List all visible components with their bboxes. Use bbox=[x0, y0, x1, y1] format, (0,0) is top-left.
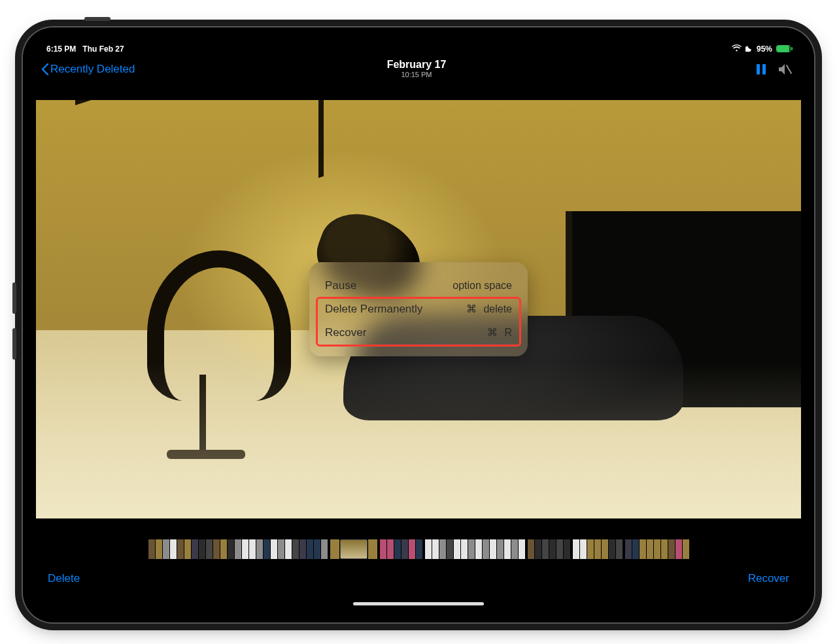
shortcut-keys: ⌘ R bbox=[487, 326, 512, 339]
shortcut-label: Recover bbox=[325, 326, 366, 339]
current-thumb[interactable] bbox=[330, 539, 377, 559]
thumb-group[interactable] bbox=[425, 539, 525, 559]
screen: 6:15 PM Thu Feb 27 95% Recently Deleted bbox=[36, 41, 801, 609]
thumb-group[interactable] bbox=[148, 539, 328, 559]
nav-bar: Recently Deleted February 17 10:15 PM bbox=[36, 55, 801, 84]
photo-date-title: February 17 bbox=[387, 59, 447, 71]
nav-title-block: February 17 10:15 PM bbox=[387, 59, 447, 79]
svg-rect-1 bbox=[762, 64, 766, 75]
shortcut-label: Pause bbox=[325, 279, 356, 292]
thumb-group[interactable] bbox=[625, 539, 689, 559]
cmd-icon: ⌘ bbox=[466, 303, 477, 315]
recover-button[interactable]: Recover bbox=[748, 572, 789, 585]
delete-button[interactable]: Delete bbox=[48, 572, 80, 585]
photo-time-subtitle: 10:15 PM bbox=[387, 71, 447, 79]
shortcut-row-pause: Pause option space bbox=[309, 274, 528, 297]
lock-button-edge bbox=[84, 17, 111, 21]
photo-viewer[interactable]: Pause option space Delete Permanently ⌘ … bbox=[36, 84, 801, 535]
shortcut-row-recover: Recover ⌘ R bbox=[309, 321, 528, 345]
cmd-icon: ⌘ bbox=[487, 326, 498, 339]
shortcut-keys: ⌘ delete bbox=[466, 303, 512, 315]
back-label: Recently Deleted bbox=[50, 63, 135, 76]
battery-icon bbox=[776, 45, 791, 52]
status-bar: 6:15 PM Thu Feb 27 95% bbox=[36, 41, 801, 55]
back-button[interactable]: Recently Deleted bbox=[41, 63, 135, 76]
thumbnail-strip[interactable] bbox=[36, 535, 801, 564]
thumb-group[interactable] bbox=[573, 539, 623, 559]
pause-button[interactable] bbox=[755, 63, 767, 76]
dnd-moon-icon bbox=[745, 44, 753, 54]
mute-icon[interactable] bbox=[777, 63, 792, 76]
shortcut-label: Delete Permanently bbox=[325, 303, 422, 316]
status-date: Thu Feb 27 bbox=[82, 44, 124, 54]
home-indicator[interactable] bbox=[353, 602, 484, 605]
shortcut-keys: option space bbox=[453, 280, 512, 292]
current-photo-thumb[interactable] bbox=[340, 539, 367, 559]
status-time: 6:15 PM bbox=[46, 44, 76, 54]
shortcut-row-delete-permanently: Delete Permanently ⌘ delete bbox=[309, 297, 528, 321]
keyboard-shortcut-hud: Pause option space Delete Permanently ⌘ … bbox=[309, 262, 528, 356]
volume-down-edge bbox=[12, 328, 16, 360]
thumb-group[interactable] bbox=[380, 539, 422, 559]
ipad-frame: 6:15 PM Thu Feb 27 95% Recently Deleted bbox=[23, 27, 814, 622]
wifi-icon bbox=[732, 44, 742, 54]
bottom-toolbar: Delete Recover bbox=[36, 564, 801, 588]
svg-line-2 bbox=[787, 65, 791, 73]
thumb-group[interactable] bbox=[528, 539, 570, 559]
svg-rect-0 bbox=[757, 64, 760, 75]
battery-percent: 95% bbox=[757, 44, 772, 54]
volume-up-edge bbox=[12, 282, 16, 314]
